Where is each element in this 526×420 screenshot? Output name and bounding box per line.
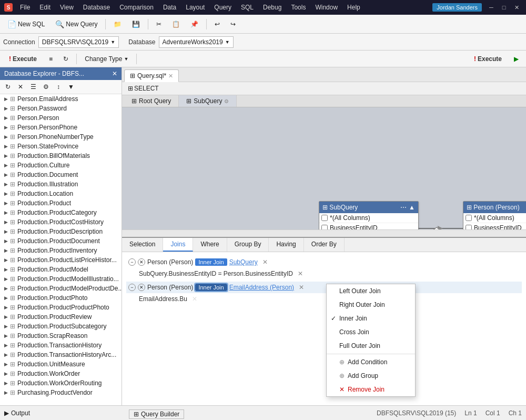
menu-layout[interactable]: Layout [181, 3, 209, 12]
ctx-left-outer-join[interactable]: Left Outer Join [327, 284, 415, 298]
close-button[interactable]: ✕ [511, 3, 522, 12]
sub-query-settings-icon[interactable]: ⚙ [224, 98, 229, 104]
sidebar-item[interactable]: ▶ ⊞ Purchasing.ProductVendor [0, 388, 122, 397]
join-type-badge-1[interactable]: Inner Join [195, 258, 227, 266]
menu-view[interactable]: View [56, 3, 78, 12]
ctx-right-outer-join[interactable]: Right Outer Join [327, 298, 415, 312]
canvas-scrollbar[interactable] [122, 229, 526, 237]
person-col-all-check[interactable] [466, 215, 472, 221]
join-condition-delete-2[interactable]: ✕ [190, 295, 199, 303]
query-sql-tab[interactable]: ⊞ Query.sql* ✕ [124, 69, 179, 82]
maximize-button[interactable]: □ [499, 3, 509, 12]
subquery-collapse-icon[interactable]: ▲ [409, 204, 415, 211]
sidebar-item[interactable]: ▶ ⊞ Production.ProductDocument [0, 236, 122, 246]
sidebar-item[interactable]: ▶ ⊞ Production.BillOfMaterials [0, 151, 122, 161]
filter-button[interactable]: ⚙ [40, 82, 52, 92]
sidebar-item[interactable]: ▶ ⊞ Production.ProductDescription [0, 227, 122, 236]
join-remove-2[interactable]: ✕ [138, 284, 145, 291]
menu-file[interactable]: File [16, 3, 34, 12]
person-col-businessid[interactable]: BusinessEntityID [463, 223, 526, 229]
add-connection-button[interactable]: ☰ [27, 82, 39, 92]
new-query-button[interactable]: 🔍 New Query [51, 18, 102, 31]
new-sql-button[interactable]: 📄 New SQL [3, 18, 49, 31]
join-remove-1[interactable]: ✕ [138, 258, 145, 266]
join-type-badge-2[interactable]: Inner Join [195, 284, 227, 291]
ctx-add-condition[interactable]: ⊕ Add Condition [327, 355, 415, 369]
subquery-col-all-check[interactable] [321, 215, 328, 221]
undo-button[interactable]: ↩ [210, 18, 224, 30]
join-target-2[interactable]: EmailAddress (Person) [229, 284, 294, 291]
ctx-add-group[interactable]: ⊕ Add Group [327, 369, 415, 383]
menu-comparison[interactable]: Comparison [115, 3, 158, 12]
tab-order-by[interactable]: Order By [304, 238, 345, 252]
sidebar-item[interactable]: ▶ ⊞ Production.ProductPhoto [0, 293, 122, 303]
sidebar-item[interactable]: ▶ ⊞ Production.WorkOrderRouting [0, 378, 122, 388]
join-delete-1[interactable]: ✕ [261, 258, 269, 266]
sidebar-item[interactable]: ▶ ⊞ Person.PersonPhone [0, 123, 122, 132]
subquery-col-businessid-check[interactable] [321, 225, 328, 229]
output-toggle[interactable]: ▶ Output [4, 409, 30, 417]
paste-button[interactable]: 📌 [186, 18, 203, 30]
sidebar-item[interactable]: ▶ ⊞ Production.ProductCategory [0, 208, 122, 217]
sidebar-item-person-person[interactable]: ▶ ⊞ Person.Person [0, 113, 122, 123]
sidebar-item[interactable]: ▶ ⊞ Person.StateProvince [0, 142, 122, 151]
redo-button[interactable]: ↪ [226, 18, 240, 30]
refresh-button[interactable]: ↻ [59, 53, 73, 65]
menu-tools[interactable]: Tools [287, 3, 310, 12]
change-type-button[interactable]: Change Type ▼ [80, 53, 133, 65]
sidebar-item[interactable]: ▶ ⊞ Production.Location [0, 189, 122, 198]
menu-window[interactable]: Window [311, 3, 342, 12]
user-badge[interactable]: Jordan Sanders [432, 3, 482, 12]
execute-button-left[interactable]: ! Execute [3, 53, 43, 65]
person-col-all[interactable]: *(All Columns) [463, 213, 526, 223]
sidebar-item[interactable]: ▶ ⊞ Production.ProductProductPhoto [0, 303, 122, 312]
menu-query[interactable]: Query [210, 3, 236, 12]
sidebar-item[interactable]: ▶ ⊞ Production.TransactionHistory [0, 341, 122, 350]
menu-sql[interactable]: SQL [237, 3, 258, 12]
join-condition-delete-1[interactable]: ✕ [296, 269, 305, 278]
sidebar-item[interactable]: ▶ ⊞ Production.ProductReview [0, 312, 122, 322]
tab-having[interactable]: Having [269, 238, 304, 252]
cut-button[interactable]: ✂ [152, 18, 166, 30]
subquery-col-businessid[interactable]: BusinessEntityID [319, 223, 418, 229]
tab-selection[interactable]: Selection [122, 238, 163, 252]
sidebar-item[interactable]: ▶ ⊞ Production.ProductModel [0, 265, 122, 274]
sidebar-item[interactable]: ▶ ⊞ Production.ProductModelProductDe... [0, 284, 122, 293]
menu-help[interactable]: Help [343, 3, 365, 12]
person-col-businessid-check[interactable] [466, 225, 472, 229]
open-button[interactable]: 📁 [109, 18, 126, 30]
ctx-inner-join[interactable]: Inner Join [327, 312, 415, 325]
join-expand-2[interactable]: − [128, 284, 136, 291]
sidebar-item[interactable]: ▶ ⊞ Production.UnitMeasure [0, 359, 122, 369]
ctx-cross-join[interactable]: Cross Join [327, 325, 415, 339]
collapse-button[interactable]: ✕ [15, 82, 26, 92]
sidebar-item[interactable]: ▶ ⊞ Production.ProductSubcategory [0, 322, 122, 331]
minimize-button[interactable]: ─ [486, 3, 497, 12]
tab-close-icon[interactable]: ✕ [168, 73, 173, 79]
ctx-full-outer-join[interactable]: Full Outer Join [327, 339, 415, 353]
sidebar-item[interactable]: ▶ ⊞ Production.Illustration [0, 179, 122, 189]
tab-joins[interactable]: Joins [163, 238, 193, 252]
person-header[interactable]: ⊞ Person (Person) ▲ [463, 202, 526, 213]
sidebar-item[interactable]: ▶ ⊞ Person.EmailAddress [0, 94, 122, 104]
copy-button[interactable]: 📋 [168, 18, 184, 30]
sidebar-item-production-document[interactable]: ▶ ⊞ Production.Document [0, 170, 122, 179]
join-delete-2[interactable]: ✕ [297, 283, 306, 292]
refresh-tree-button[interactable]: ↻ [2, 82, 14, 92]
sidebar-item[interactable]: ▶ ⊞ Production.ProductCostHistory [0, 217, 122, 227]
root-query-tab[interactable]: ⊞ Root Query [124, 95, 179, 107]
sidebar-item[interactable]: ▶ ⊞ Production.ProductInventory [0, 246, 122, 255]
subquery-options-icon[interactable]: ⋯ [400, 204, 407, 211]
subquery-col-all[interactable]: *(All Columns) [319, 213, 418, 223]
sort-button[interactable]: ↕ [53, 82, 64, 92]
menu-database[interactable]: Database [79, 3, 114, 12]
sidebar-item[interactable]: ▶ ⊞ Production.ScrapReason [0, 331, 122, 341]
connection-select[interactable]: DBFSQLSRV\SQL2019 ▼ [38, 36, 119, 48]
save-button[interactable]: 💾 [128, 18, 144, 30]
database-select[interactable]: AdventureWorks2019 ▼ [159, 36, 234, 48]
sidebar-item[interactable]: ▶ ⊞ Production.TransactionHistoryArc... [0, 350, 122, 359]
sub-query-tab[interactable]: ⊞ SubQuery ⚙ [179, 95, 237, 107]
sidebar-item[interactable]: ▶ ⊞ Production.ProductListPriceHistor... [0, 255, 122, 265]
sidebar-item[interactable]: ▶ ⊞ Person.Password [0, 104, 122, 113]
sidebar-close-icon[interactable]: ✕ [112, 70, 117, 77]
